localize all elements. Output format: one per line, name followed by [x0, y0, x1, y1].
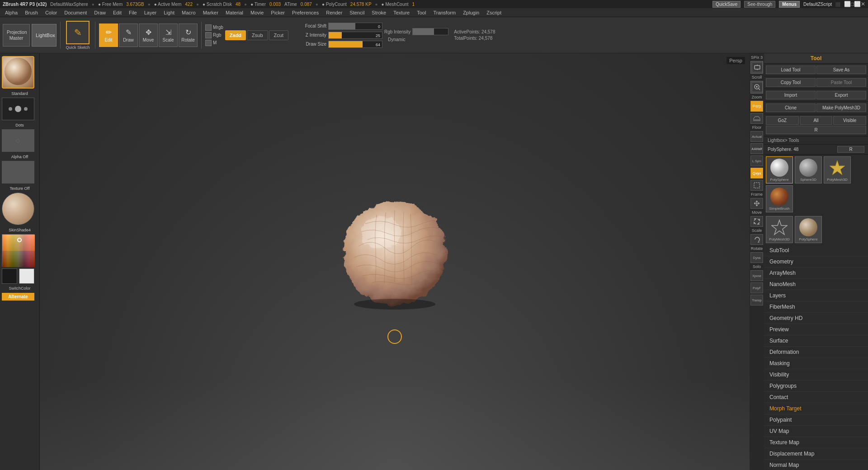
menu-edit[interactable]: Edit	[110, 9, 125, 16]
zoom-button[interactable]	[752, 82, 763, 92]
menu-alpha[interactable]: Alpha	[2, 9, 21, 16]
menu-item-morphtarget[interactable]: Morph Target	[764, 403, 868, 414]
xpose-btn[interactable]: Xpose	[750, 270, 763, 281]
polymesh3d-thumb[interactable]: PolyMesh3D	[824, 156, 851, 183]
menu-item-uvmap[interactable]: UV Map	[764, 426, 868, 437]
color-picker[interactable]	[2, 234, 34, 267]
export-button[interactable]: Export	[816, 91, 866, 99]
menu-material[interactable]: Material	[222, 9, 246, 16]
scale-button[interactable]: ⇲ Scale	[159, 24, 178, 47]
zadd-button[interactable]: Zadd	[225, 30, 246, 40]
menu-item-normalmap[interactable]: Normal Map	[764, 460, 868, 470]
goz-button[interactable]: GoZ	[766, 116, 799, 125]
menu-brush[interactable]: Brush	[22, 9, 41, 16]
edit-button[interactable]: ✏ Edit	[99, 24, 118, 47]
menu-zplugin[interactable]: Zplugin	[460, 9, 482, 16]
focal-shift-slider[interactable]: 0	[328, 23, 382, 30]
menu-movie[interactable]: Movie	[247, 9, 267, 16]
alternate-button[interactable]: Alternate	[2, 293, 34, 301]
skin-material-thumbnail[interactable]	[2, 193, 34, 225]
menu-item-visibility[interactable]: Visibility	[764, 369, 868, 381]
texture-thumbnail[interactable]	[2, 161, 34, 183]
dots-brush-thumbnail[interactable]	[2, 98, 34, 120]
import-button[interactable]: Import	[766, 91, 816, 99]
dynamic-btn[interactable]: Dyna	[750, 252, 763, 263]
alpha-thumbnail[interactable]: ○	[2, 129, 34, 152]
menu-transform[interactable]: Transform	[430, 9, 459, 16]
rotate-btn[interactable]	[750, 234, 763, 245]
menu-render[interactable]: Render	[323, 9, 345, 16]
load-tool-button[interactable]: Load Tool	[766, 66, 816, 74]
menu-item-arraymesh[interactable]: ArrayMesh	[764, 268, 868, 279]
menu-item-masking[interactable]: Masking	[764, 358, 868, 369]
polysphere-thumb[interactable]: PolySphere	[766, 156, 793, 183]
move-button[interactable]: ✥ Move	[139, 24, 158, 47]
all-button[interactable]: All	[800, 116, 833, 125]
menu-light[interactable]: Light	[160, 9, 178, 16]
menus-button[interactable]: Menus	[779, 1, 800, 8]
perp-button[interactable]: Perp	[750, 101, 763, 112]
menu-item-surface[interactable]: Surface	[764, 335, 868, 347]
transp-btn[interactable]: Transp	[750, 295, 763, 306]
save-as-button[interactable]: Save As	[816, 66, 866, 74]
paste-tool-button[interactable]: Paste Tool	[816, 78, 866, 87]
menu-marker[interactable]: Marker	[200, 9, 222, 16]
menu-item-preview[interactable]: Preview	[764, 324, 868, 335]
menu-item-texturemap[interactable]: Texture Map	[764, 437, 868, 448]
menu-item-polygroups[interactable]: Polygroups	[764, 381, 868, 392]
menu-item-subtool[interactable]: SubTool	[764, 245, 868, 256]
seethrough-button[interactable]: See-through	[744, 1, 775, 8]
sphere3d-thumb[interactable]: Sphere3D	[795, 156, 822, 183]
foreground-color-swatch[interactable]	[2, 268, 17, 284]
menu-tool[interactable]: Tool	[414, 9, 429, 16]
draw-button[interactable]: ✎ Draw	[119, 24, 138, 47]
rotate-button[interactable]: ↻ Rotate	[179, 24, 198, 47]
move-btn[interactable]	[750, 198, 763, 209]
aahalf-button[interactable]: AAHalf	[750, 143, 763, 154]
copy-tool-button[interactable]: Copy Tool	[766, 78, 816, 87]
rgb-checkbox[interactable]	[205, 32, 212, 38]
m-checkbox[interactable]	[205, 40, 212, 46]
menu-item-fibermesh[interactable]: FiberMesh	[764, 301, 868, 313]
material-thumbnail[interactable]	[2, 56, 34, 89]
polyf-btn[interactable]: PolyF	[750, 282, 763, 293]
menu-color[interactable]: Color	[42, 9, 60, 16]
background-color-swatch[interactable]	[19, 268, 34, 284]
floor-button[interactable]	[750, 113, 763, 124]
draw-size-slider[interactable]: 64	[328, 41, 382, 48]
simplebrush-thumb[interactable]: SimpleBrush	[766, 185, 793, 212]
lightbox-button[interactable]: LightBox	[32, 24, 57, 47]
menu-zscript[interactable]: Zscript	[483, 9, 505, 16]
menu-item-deformation[interactable]: Deformation	[764, 347, 868, 358]
scroll-button[interactable]	[752, 62, 763, 72]
menu-item-polypaint[interactable]: Polypaint	[764, 414, 868, 426]
polymesh3d-thumb2[interactable]: PolyMesh3D	[766, 216, 793, 243]
polysphere-thumb2[interactable]: PolySphere	[795, 216, 822, 243]
visible-button[interactable]: Visible	[833, 116, 866, 125]
qxyz-button[interactable]: Qxyz	[750, 168, 763, 179]
menu-picker[interactable]: Picker	[268, 9, 288, 16]
menu-item-nanomesh[interactable]: NanoMesh	[764, 279, 868, 290]
z-intensity-slider[interactable]: 25	[328, 32, 382, 39]
menu-draw[interactable]: Draw	[91, 9, 109, 16]
menu-item-layers[interactable]: Layers	[764, 290, 868, 301]
mrgb-checkbox[interactable]	[205, 24, 212, 31]
frame-button[interactable]	[750, 180, 763, 191]
rgb-intensity-slider[interactable]	[412, 28, 448, 35]
actual-button[interactable]: Actual	[750, 131, 763, 142]
projection-master-button[interactable]: ProjectionMaster	[3, 24, 30, 47]
menu-texture[interactable]: Texture	[390, 9, 413, 16]
menu-item-displacementmap[interactable]: Displacement Map	[764, 448, 868, 460]
menu-macro[interactable]: Macro	[179, 9, 199, 16]
menu-stroke[interactable]: Stroke	[368, 9, 389, 16]
menu-item-geometryhd[interactable]: Geometry HD	[764, 313, 868, 324]
lsym-button[interactable]: L.Sym	[750, 155, 763, 166]
quick-sketch-icon[interactable]: ✎	[66, 21, 90, 44]
menu-document[interactable]: Document	[61, 9, 90, 16]
scale-btn[interactable]	[750, 216, 763, 227]
menu-item-geometry[interactable]: Geometry	[764, 256, 868, 268]
clone-button[interactable]: Clone	[766, 103, 816, 112]
quicksave-button[interactable]: QuickSave	[712, 1, 741, 8]
r2-button[interactable]: R	[837, 146, 864, 153]
zsub-button[interactable]: Zsub	[247, 30, 268, 40]
